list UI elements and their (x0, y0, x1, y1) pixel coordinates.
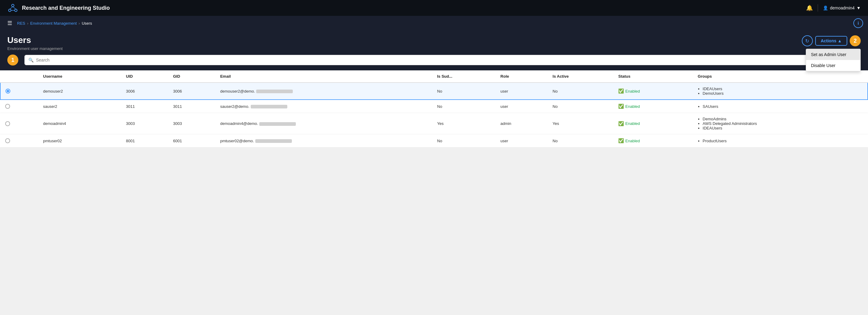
col-uid: UID (121, 70, 168, 82)
user-icon: 👤 (823, 5, 828, 10)
row-role: user (496, 100, 548, 113)
row-isactive: No (548, 82, 614, 100)
col-radio (0, 70, 38, 82)
action-set-admin[interactable]: Set as Admin User (806, 49, 860, 60)
table-row[interactable]: sauser230113011sauser2@demo.NouserNo✅Ena… (0, 100, 868, 113)
actions-button[interactable]: Actions ▲ (815, 36, 847, 46)
sub-navigation: ☰ RES › Environment Management › Users i (0, 16, 868, 31)
row-uid: 8001 (121, 134, 168, 147)
row-groups: ProductUsers (693, 134, 868, 147)
row-gid: 3006 (168, 82, 215, 100)
info-button[interactable]: i (854, 18, 863, 28)
row-status: ✅Enabled (613, 82, 693, 100)
search-area: 1 🔍 (0, 51, 868, 70)
row-isactive: No (548, 100, 614, 113)
row-radio-cell (0, 113, 38, 134)
user-menu[interactable]: 👤 demoadmin4 ▼ (823, 5, 861, 10)
page-title: Users (7, 35, 63, 45)
col-gid: GID (168, 70, 215, 82)
radio-button[interactable] (5, 138, 10, 143)
header-actions: ↻ Actions ▲ 2 Set as Admin User Disable … (802, 35, 861, 46)
table-header-row: Username UID GID Email Is Sud... Role Is… (0, 70, 868, 82)
row-email: demouser2@demo. (215, 82, 432, 100)
table-row[interactable]: demoadmin430033003demoadmin4@demo.Yesadm… (0, 113, 868, 134)
group-item: DemoAdmins (703, 117, 863, 121)
row-gid: 3003 (168, 113, 215, 134)
top-nav-left: Research and Engineering Studio (7, 2, 110, 13)
step-badge-1: 1 (7, 55, 18, 66)
row-issudo: No (432, 82, 496, 100)
username-label: demoadmin4 (830, 5, 855, 10)
row-username: demoadmin4 (38, 113, 121, 134)
breadcrumb-sep-2: › (79, 21, 80, 26)
breadcrumb-env[interactable]: Environment Management (30, 21, 76, 26)
group-item: IDEAUsers (703, 126, 863, 130)
row-uid: 3006 (121, 82, 168, 100)
page-header: Users Environment user management ↻ Acti… (0, 31, 868, 51)
table-row[interactable]: pmtuser0280016001pmtuser02@demo.NouserNo… (0, 134, 868, 147)
row-groups: IDEAUsersDemoUsers (693, 82, 868, 100)
refresh-button[interactable]: ↻ (802, 35, 813, 46)
row-username: demouser2 (38, 82, 121, 100)
row-radio-cell (0, 82, 38, 100)
row-issudo: No (432, 100, 496, 113)
row-role: user (496, 134, 548, 147)
group-item: DemoUsers (703, 91, 863, 96)
col-groups: Groups (693, 70, 868, 82)
action-disable-user[interactable]: Disable User (806, 60, 860, 71)
col-role: Role (496, 70, 548, 82)
svg-point-1 (8, 9, 11, 11)
col-isactive: Is Active (548, 70, 614, 82)
radio-button[interactable] (5, 104, 10, 109)
table-area: Username UID GID Email Is Sud... Role Is… (0, 70, 868, 147)
breadcrumb-sep-1: › (27, 21, 28, 26)
sub-nav-left: ☰ RES › Environment Management › Users (5, 18, 92, 29)
row-radio-cell (0, 134, 38, 147)
row-radio-cell (0, 100, 38, 113)
search-input[interactable] (36, 58, 857, 63)
svg-line-3 (10, 7, 13, 9)
breadcrumb-current: Users (82, 21, 92, 26)
row-gid: 3011 (168, 100, 215, 113)
col-status: Status (613, 70, 693, 82)
row-groups: SAUsers (693, 100, 868, 113)
page-subtitle: Environment user management (7, 46, 63, 51)
svg-point-2 (14, 9, 17, 11)
row-email: sauser2@demo. (215, 100, 432, 113)
step-badge-2: 2 (850, 35, 861, 46)
radio-button[interactable] (5, 121, 10, 126)
page-title-row: Users Environment user management ↻ Acti… (7, 35, 861, 51)
dropdown-arrow: ▼ (857, 5, 861, 10)
table-row[interactable]: demouser230063006demouser2@demo.NouserNo… (0, 82, 868, 100)
search-wrapper: 🔍 (24, 55, 861, 65)
col-email: Email (215, 70, 432, 82)
top-navigation: Research and Engineering Studio 🔔 👤 demo… (0, 0, 868, 16)
hamburger-button[interactable]: ☰ (5, 18, 14, 29)
row-status: ✅Enabled (613, 113, 693, 134)
breadcrumb: RES › Environment Management › Users (17, 21, 92, 26)
svg-point-0 (11, 4, 14, 7)
actions-dropdown: Set as Admin User Disable User (806, 49, 861, 71)
row-username: sauser2 (38, 100, 121, 113)
row-issudo: Yes (432, 113, 496, 134)
row-uid: 3011 (121, 100, 168, 113)
bell-icon[interactable]: 🔔 (806, 5, 813, 11)
breadcrumb-res[interactable]: RES (17, 21, 25, 26)
radio-button[interactable] (5, 89, 10, 94)
app-title: Research and Engineering Studio (22, 5, 110, 11)
group-item: ProductUsers (703, 139, 863, 143)
row-role: admin (496, 113, 548, 134)
row-issudo: No (432, 134, 496, 147)
search-icon: 🔍 (28, 58, 34, 63)
row-groups: DemoAdminsAWS Delegated AdministratorsID… (693, 113, 868, 134)
svg-line-4 (13, 7, 16, 9)
users-table: Username UID GID Email Is Sud... Role Is… (0, 70, 868, 147)
nav-divider (818, 4, 818, 11)
page-title-group: Users Environment user management (7, 35, 63, 51)
row-gid: 6001 (168, 134, 215, 147)
group-item: IDEAUsers (703, 86, 863, 91)
row-uid: 3003 (121, 113, 168, 134)
group-item: SAUsers (703, 104, 863, 109)
row-email: demoadmin4@demo. (215, 113, 432, 134)
row-role: user (496, 82, 548, 100)
